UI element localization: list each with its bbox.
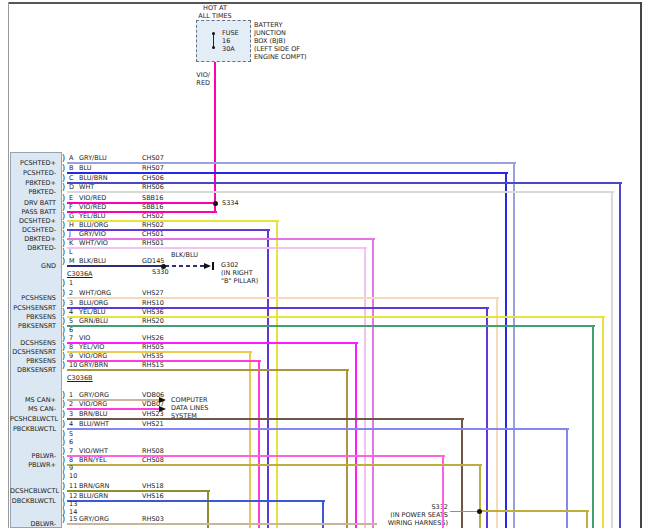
pin-id-11: 11 <box>69 482 77 490</box>
pin-bracket: ) <box>62 353 65 361</box>
s332-location-line2: WIRING HARNESS) <box>368 519 448 527</box>
row-m-blk-blu-dashed-segment <box>165 265 206 267</box>
wire-color-label: GRY/BLU <box>79 154 107 162</box>
pin-id-4: 4 <box>69 308 73 316</box>
pin-id-F: F <box>69 203 73 211</box>
feed-wire-color-line2: RED <box>180 79 210 87</box>
row-k-wht-vio-segment <box>67 247 367 249</box>
pin-function-label-dcshted-: DCSHTED+ <box>10 217 56 225</box>
pin-id-6: 6 <box>69 326 73 334</box>
pin-function-label-gnd: GND <box>10 262 56 270</box>
pin-function-label-dcshsens: DCSHSENS <box>10 339 56 347</box>
wire-color-label: WHT <box>79 183 94 191</box>
fuse-rating: 30A <box>222 45 235 53</box>
row-b-blu-segment <box>505 173 507 528</box>
pin-function-label-pcshsensrt: PCSHSENSRT <box>10 304 56 312</box>
wire-color-label: GRY/BRN <box>79 361 108 369</box>
g3-r3-brn-blu-segment <box>461 419 463 528</box>
circuit-code-label: RHS01 <box>142 239 164 247</box>
pin-function-label-pbksensrt: PBKSENSRT <box>10 322 56 330</box>
hot-at-label-line1: HOT AT <box>190 4 240 12</box>
s332-splice-label: S332 <box>368 503 448 511</box>
pin-id-B: B <box>69 164 73 172</box>
circuit-code-label: GD145 <box>142 257 164 265</box>
wire-color-label: YEL/BLU <box>79 308 105 316</box>
pin-id-1: 1 <box>69 279 73 287</box>
bjb-label-line2: JUNCTION <box>254 29 286 37</box>
pin-id-15: 15 <box>69 515 77 523</box>
row-d-wht-segment <box>611 192 613 528</box>
pin-bracket: ) <box>62 155 65 163</box>
pin-function-label-dblwr-: DBLWR- <box>10 520 56 528</box>
pin-bracket: ) <box>62 249 65 257</box>
row-a-gry-blu-segment <box>513 163 515 528</box>
pin-function-label-pbksens: PBKSENS <box>10 313 56 321</box>
circuit-code-label: SBB16 <box>142 194 163 202</box>
wire-color-label: VIO/RED <box>79 194 106 202</box>
pin-function-label-drv-batt: DRV BATT <box>10 199 56 207</box>
g302-label-line3: "B" PILLAR) <box>221 277 258 285</box>
pin-bracket: ) <box>62 335 65 343</box>
circuit-code-label: CHS08 <box>142 456 164 464</box>
wire-color-label: GRY/VIO <box>79 230 106 238</box>
row-c-blu-brn-segment <box>619 183 621 528</box>
pin-bracket: ) <box>62 421 65 429</box>
g3-r4-blu-wht-segment <box>566 429 568 528</box>
g302-label-line1: G302 <box>221 261 238 269</box>
page-border-left <box>8 2 9 528</box>
wire-color-label: BRN/BLU <box>79 410 108 418</box>
pin-bracket: ) <box>62 240 65 248</box>
pin-function-label-dcshcblwctl: DCSHCBLWCTL <box>10 487 56 495</box>
circuit-code-label: VDB07 <box>142 400 164 408</box>
pin-bracket: ) <box>62 362 65 370</box>
wire-color-label: BLU/WHT <box>79 420 109 428</box>
circuit-code-label: CHS07 <box>142 154 164 162</box>
pin-id-C: C <box>69 174 74 182</box>
pin-id-7: 7 <box>69 334 73 342</box>
bjb-label-line5: ENGINE COMPT) <box>254 53 307 61</box>
pin-function-label-pbksens: PBKSENS <box>10 357 56 365</box>
wire-color-label: GRY/ORG <box>79 391 109 399</box>
s332-splice-dot <box>477 509 482 514</box>
page-border-right <box>640 2 642 528</box>
pin-function-label-ms-can-: MS CAN- <box>10 405 56 413</box>
s332-location-line1: (IN POWER SEATS <box>368 511 448 519</box>
wire-color-label: VIO/ORG <box>79 352 107 360</box>
g3-r3-brn-blu-segment <box>67 418 464 420</box>
g2-r7-vio-segment <box>67 342 358 344</box>
g3-r7-vio-wht-segment <box>67 455 445 457</box>
circuit-code-label: RHS07 <box>142 164 164 172</box>
pin-id-9: 9 <box>69 352 73 360</box>
pin-bracket: ) <box>62 439 65 447</box>
pin-bracket: ) <box>62 231 65 239</box>
s334-splice-label: S334 <box>222 199 239 207</box>
pin-bracket: ) <box>62 213 65 221</box>
circuit-code-label: RHS20 <box>142 317 164 325</box>
pin-bracket: ) <box>62 392 65 400</box>
wire-color-label: BRN/YEL <box>79 456 107 464</box>
pin-id-6: 6 <box>69 438 73 446</box>
wire-color-label: GRY/ORG <box>79 515 109 523</box>
circuit-code-label: CHS02 <box>142 212 164 220</box>
wire-color-label: VIO/RED <box>79 203 106 211</box>
wire-color-label: BLU <box>79 164 92 172</box>
wire-color-label: YEL/BLU <box>79 212 105 220</box>
pin-id-10: 10 <box>69 361 77 369</box>
s334-splice-dot <box>213 201 218 206</box>
pin-function-label-pcshted-: PCSHTED+ <box>10 159 56 167</box>
pin-id-5: 5 <box>69 430 73 438</box>
wire-color-label: YEL/VIO <box>79 343 104 351</box>
pin-function-label-dbckblwctl: DBCKBLWCTL <box>10 497 56 505</box>
circuit-code-label: RHS15 <box>142 361 164 369</box>
fuse-terminal-top <box>212 32 215 35</box>
circuit-code-label: CHS06 <box>142 174 164 182</box>
row-g-yel-blu-segment <box>276 221 278 528</box>
pin-id-1: 1 <box>69 391 73 399</box>
pin-id-J: J <box>69 230 71 238</box>
computer-system-label-line2: DATA LINES <box>171 404 208 412</box>
pin-id-K: K <box>69 239 73 247</box>
pin-function-label-pbckblwctl: PBCKBLWCTL <box>10 425 56 433</box>
pin-function-label-dbkted-: DBKTED- <box>10 244 56 252</box>
pin-id-G: G <box>69 212 74 220</box>
circuit-code-label: VHS21 <box>142 420 164 428</box>
